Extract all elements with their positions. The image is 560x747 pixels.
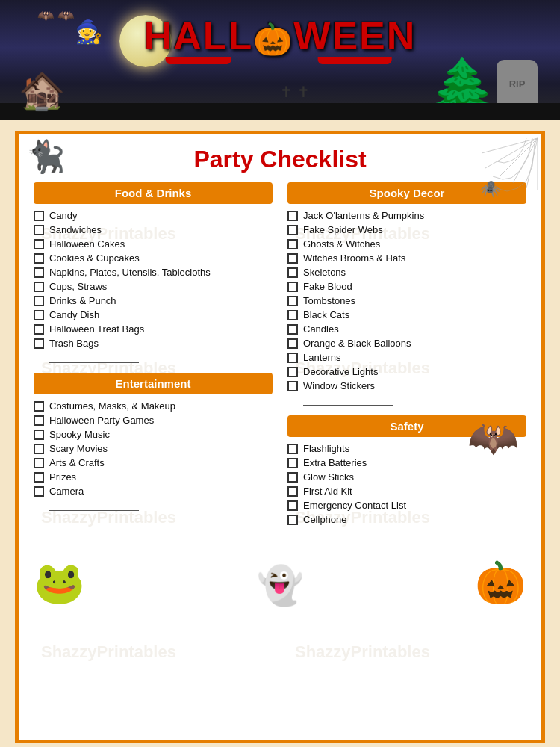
checkbox[interactable] xyxy=(287,444,298,454)
list-item: Drinks & Punch xyxy=(34,295,273,306)
haunted-house-icon: 🏚️ xyxy=(19,69,65,112)
checkbox[interactable] xyxy=(34,267,44,278)
checkbox[interactable] xyxy=(34,282,44,292)
checkbox[interactable] xyxy=(287,472,298,483)
grass xyxy=(0,103,560,120)
svg-line-5 xyxy=(485,138,538,168)
list-item-blank xyxy=(287,394,526,408)
pumpkin-icon: 🎃 xyxy=(253,22,293,57)
checkbox[interactable] xyxy=(287,486,298,497)
checkbox[interactable] xyxy=(34,253,44,264)
ghost-reading-icon: 👻 xyxy=(257,564,303,607)
item-text: Black Cats xyxy=(303,309,349,320)
checkbox[interactable] xyxy=(287,324,298,335)
checkbox[interactable] xyxy=(287,253,298,264)
checkbox[interactable] xyxy=(287,338,298,349)
list-item: Halloween Cakes xyxy=(34,238,273,249)
item-text: Camera xyxy=(49,486,84,497)
checkbox[interactable] xyxy=(287,239,298,249)
header-title: HALL🎃WEEN xyxy=(144,13,417,58)
checkbox[interactable] xyxy=(287,282,298,292)
checkbox[interactable] xyxy=(287,381,298,391)
list-item: Glow Sticks xyxy=(287,471,526,483)
cross-icon: ✝ ✝ xyxy=(280,83,310,101)
checkbox[interactable] xyxy=(287,296,298,306)
spider-icon: 🕷️ xyxy=(480,179,500,199)
checkbox[interactable] xyxy=(34,310,44,320)
checkbox[interactable] xyxy=(34,296,44,306)
item-text: Extra Batteries xyxy=(303,457,367,468)
checkbox[interactable] xyxy=(287,310,298,320)
item-text: Orange & Black Balloons xyxy=(303,338,411,349)
item-text: Candy xyxy=(49,210,78,221)
item-text: Candy Dish xyxy=(49,309,99,320)
list-item: Cups, Straws xyxy=(34,281,273,292)
item-text: Window Stickers xyxy=(303,380,375,391)
item-text: Costumes, Masks, & Makeup xyxy=(49,400,175,412)
list-item: Napkins, Plates, Utensils, Tablecloths xyxy=(34,267,273,278)
list-item: Cookies & Cupcakes xyxy=(34,252,273,264)
list-item: Prizes xyxy=(34,471,273,483)
rip-text: RIP xyxy=(509,78,526,90)
list-item: Ghosts & Witches xyxy=(287,238,526,249)
checkbox[interactable] xyxy=(34,324,44,335)
checkbox[interactable] xyxy=(34,239,44,249)
item-text: Napkins, Plates, Utensils, Tablecloths xyxy=(49,267,211,278)
item-text: Halloween Party Games xyxy=(49,415,154,426)
list-item: First Aid Kit xyxy=(287,486,526,497)
item-text: Halloween Cakes xyxy=(49,238,125,249)
item-text: Cups, Straws xyxy=(49,281,107,292)
item-text: Halloween Treat Bags xyxy=(49,323,144,335)
list-item: Halloween Treat Bags xyxy=(34,323,273,335)
item-text: Glow Sticks xyxy=(303,471,354,483)
item-text: Fake Blood xyxy=(303,281,352,292)
checkbox[interactable] xyxy=(34,458,44,468)
checkbox[interactable] xyxy=(287,353,298,363)
checkbox[interactable] xyxy=(34,486,44,497)
checkbox[interactable] xyxy=(34,225,44,235)
item-text: Jack O'lanterns & Pumpkins xyxy=(303,210,424,221)
checkbox[interactable] xyxy=(34,401,44,412)
title-text2: WEEN xyxy=(293,13,416,58)
checkbox[interactable] xyxy=(34,430,44,440)
item-text: Cookies & Cupcakes xyxy=(49,252,140,264)
checkbox[interactable] xyxy=(287,458,298,468)
checkbox[interactable] xyxy=(34,444,44,454)
checkbox[interactable] xyxy=(287,367,298,377)
item-text: Prizes xyxy=(49,471,76,483)
item-text: Drinks & Punch xyxy=(49,295,116,306)
checkbox[interactable] xyxy=(287,500,298,511)
title-text: HALL xyxy=(144,13,254,58)
item-text: Flashlights xyxy=(303,443,349,454)
list-item: Fake Spider Webs xyxy=(287,224,526,235)
checkbox[interactable] xyxy=(287,211,298,221)
checkbox[interactable] xyxy=(34,211,44,221)
list-item-blank xyxy=(287,528,526,542)
list-item: Window Stickers xyxy=(287,380,526,391)
blank-line xyxy=(49,354,139,363)
svg-line-3 xyxy=(526,138,538,188)
black-cat-icon: 🐈‍⬛ xyxy=(26,138,65,175)
list-item: Cellphone xyxy=(287,514,526,525)
main-content: ShazzyPrintables ShazzyPrintables Shazzy… xyxy=(0,120,560,747)
checkbox[interactable] xyxy=(287,225,298,235)
list-item: Black Cats xyxy=(287,309,526,320)
list-item: Orange & Black Balloons xyxy=(287,338,526,349)
svg-line-1 xyxy=(500,138,538,176)
checkbox[interactable] xyxy=(287,267,298,278)
checkbox[interactable] xyxy=(34,415,44,426)
checkbox[interactable] xyxy=(34,472,44,483)
item-text: Spooky Music xyxy=(49,429,110,440)
item-text: Sandwiches xyxy=(49,224,102,235)
gravestone: RIP xyxy=(497,60,538,108)
frog-witch-icon: 🐸 xyxy=(34,559,85,607)
watermark-7: ShazzyPrintables xyxy=(41,642,176,662)
item-text: Lanterns xyxy=(303,352,341,363)
list-item: Candy xyxy=(34,210,273,221)
list-item: Scary Movies xyxy=(34,443,273,454)
checkbox[interactable] xyxy=(34,338,44,349)
spider-web-icon xyxy=(467,134,541,209)
header: 🦇 🦇 🧙 🏚️ HALL🎃WEEN RIP 🌲 ✝ ✝ xyxy=(0,0,560,120)
item-text: Decorative Lights xyxy=(303,366,378,377)
checkbox[interactable] xyxy=(287,515,298,525)
